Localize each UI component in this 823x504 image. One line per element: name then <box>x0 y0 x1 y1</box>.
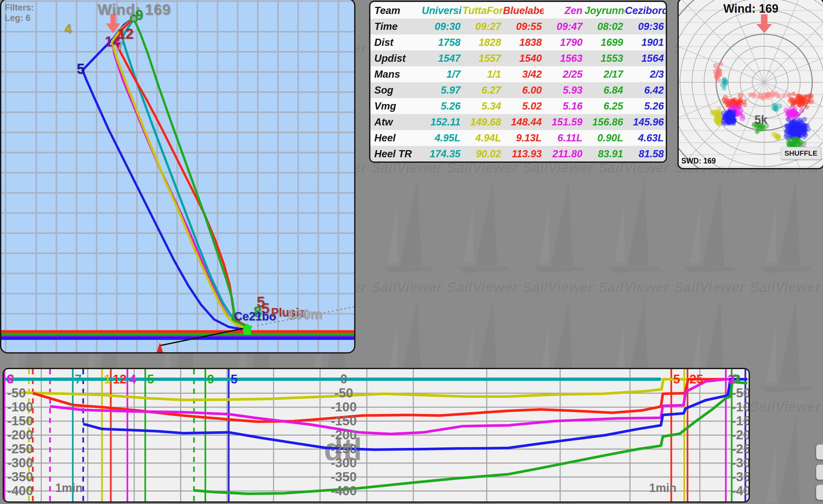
table-row-label: Mans <box>370 66 422 82</box>
chart-ytick-label: -50 <box>7 386 26 400</box>
chart-event-label: 5 <box>147 372 154 386</box>
watermark-tile: SailViewer <box>369 159 445 278</box>
delta-time-chart-panel[interactable]: dtl0-50-100-150-200-250-300-350-4000-50-… <box>3 368 750 503</box>
table-cell: 81.58 <box>625 146 666 162</box>
chart-event-label: 5 <box>231 372 237 386</box>
watermark-tile: SailViewer <box>672 159 747 278</box>
watermark-tile: SailViewer <box>747 278 823 398</box>
table-cell: 145.96 <box>625 114 666 130</box>
table-cell: 09:36 <box>625 18 666 34</box>
chart-event-label: 4 <box>129 372 136 386</box>
table-cell: 211.80 <box>543 146 584 162</box>
table-cell: 6.84 <box>585 82 625 98</box>
watermark-tile: SailViewer <box>520 159 596 278</box>
chart-ytick-label: -400 <box>732 484 749 498</box>
table-cell: 4.94L <box>462 130 503 146</box>
table-cell: 1564 <box>625 50 666 66</box>
watermark-text: SailViewer <box>749 278 820 294</box>
table-header-Bluelabe: Bluelabe <box>503 3 543 18</box>
table-cell: 6.42 <box>625 82 666 98</box>
side-toolbar-button-3[interactable] <box>816 485 823 500</box>
polar-speed-ring-label: 5k <box>755 113 768 126</box>
watermark-tile: SailViewer <box>596 159 672 278</box>
table-cell: 148.44 <box>503 114 543 130</box>
chart-event-label: 5 <box>673 372 680 386</box>
chart-ytick-label: -250 <box>732 442 749 456</box>
chart-ytick-label: -150 <box>331 414 357 428</box>
watermark-text: SailViewer <box>749 398 820 414</box>
table-cell: 08:02 <box>585 18 625 34</box>
table-cell: 1838 <box>503 34 543 50</box>
table-cell: 152.11 <box>422 114 462 130</box>
table-cell: 174.35 <box>422 146 462 162</box>
side-toolbar-button-2[interactable] <box>816 465 823 480</box>
table-cell: 09:55 <box>503 18 543 34</box>
chart-ytick-label: -250 <box>7 442 33 456</box>
chart-event-label: 6 <box>6 372 13 386</box>
table-cell: 2/25 <box>543 66 584 82</box>
watermark-text: SailViewer <box>370 278 441 294</box>
table-cell: 5.97 <box>422 82 462 98</box>
race-map-panel[interactable]: Filters: Leg: 6 Wind: 169 91214745558Ce2… <box>0 0 355 354</box>
chart-event-label: 25 <box>689 372 703 386</box>
table-cell: 83.91 <box>585 146 625 162</box>
table-header-TuttaFor: TuttaFor <box>462 3 503 18</box>
chart-ytick-label: -100 <box>331 400 357 414</box>
chart-ytick-label: -400 <box>331 484 357 498</box>
table-row-label: Time <box>370 18 422 34</box>
watermark-tile: SailViewer <box>747 398 823 504</box>
table-cell: 9.13L <box>503 130 543 146</box>
chart-ytick-label: -100 <box>732 400 749 414</box>
table-cell: 6.11L <box>543 130 584 146</box>
table-header-Zen: Zen <box>543 3 584 18</box>
sailviewer-app: SailViewerSailViewerSailViewerSailViewer… <box>0 0 823 504</box>
chart-ytick-label: -50 <box>334 386 353 400</box>
polar-wind-label: Wind: 169 <box>679 2 823 16</box>
map-number-label: 5 <box>77 62 85 76</box>
chart-ytick-label: -300 <box>732 456 749 470</box>
map-number-label: 9 <box>135 8 143 22</box>
map-number-label: 100m <box>287 307 322 321</box>
table-cell: 5.93 <box>543 82 584 98</box>
table-cell: 1553 <box>585 50 625 66</box>
chart-ytick-label: -200 <box>7 428 33 442</box>
table-cell: 5.26 <box>422 98 462 114</box>
table-cell: 6.27 <box>462 82 503 98</box>
shuffle-button[interactable]: SHUFFLE <box>781 147 821 160</box>
table-row-label: Sog <box>370 82 422 98</box>
map-wind-label: Wind: 169 <box>98 2 171 17</box>
table-cell: 1563 <box>543 50 584 66</box>
table-cell: 1699 <box>585 34 625 50</box>
table-header-Cezibord: Cezibord <box>625 3 666 18</box>
chart-ytick-label: -150 <box>732 414 749 428</box>
polar-plot-canvas: 5k <box>679 0 823 168</box>
chart-event-label: 1 <box>104 372 111 386</box>
table-cell: 1758 <box>422 34 462 50</box>
table-cell: 2/3 <box>625 66 666 82</box>
watermark-tile: SailViewer <box>445 159 520 278</box>
map-number-label: 7 <box>117 40 124 51</box>
chart-ytick-label: -350 <box>7 470 33 484</box>
side-toolbar-button-1[interactable] <box>816 445 823 460</box>
chart-ytick-label: -200 <box>732 428 749 442</box>
table-cell: 6.25 <box>585 98 625 114</box>
watermark-text: SailViewer <box>521 278 593 294</box>
table-cell: 09:27 <box>462 18 503 34</box>
table-cell: 6.00 <box>503 82 543 98</box>
table-cell: 156.86 <box>585 114 625 130</box>
chart-ytick-label: -350 <box>732 470 749 484</box>
chart-ytick-label: -300 <box>331 456 357 470</box>
chart-ytick-label: -150 <box>7 414 33 428</box>
table-row-label: Atw <box>370 114 422 130</box>
table-header-team: Team <box>370 3 422 18</box>
watermark-text: SailViewer <box>597 278 668 294</box>
table-cell: 1547 <box>422 50 462 66</box>
table-cell: 5.34 <box>462 98 503 114</box>
table-row-label: Updist <box>370 50 422 66</box>
chart-minute-scale-label: 1min <box>55 481 83 495</box>
polar-plot-panel[interactable]: 5k Wind: 169 SWD: 169 SHUFFLE <box>677 0 823 169</box>
race-track-canvas <box>1 0 355 354</box>
table-cell: 4.63L <box>625 130 666 146</box>
table-cell: 90.02 <box>462 146 503 162</box>
table-cell: 09:30 <box>422 18 462 34</box>
